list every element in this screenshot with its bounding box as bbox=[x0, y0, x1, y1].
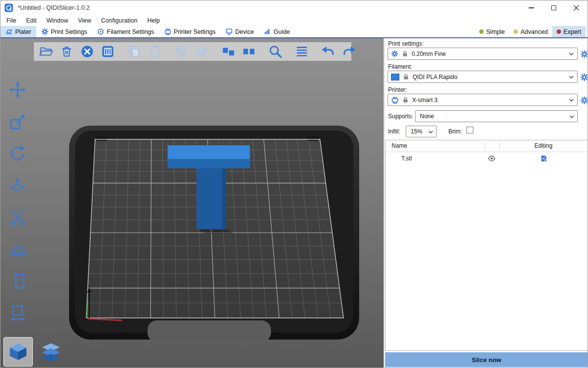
rotate-icon bbox=[8, 144, 27, 163]
editor-view-button[interactable] bbox=[3, 337, 33, 367]
filament-gear-button[interactable] bbox=[580, 73, 588, 81]
object-name: T.stl bbox=[401, 155, 412, 162]
tab-guide[interactable]: Guide bbox=[259, 26, 294, 37]
paint-support-tool-button[interactable] bbox=[4, 237, 31, 262]
menu-edit[interactable]: Edit bbox=[21, 17, 42, 24]
brim-label: Brim: bbox=[448, 128, 462, 135]
title-bar: *Untitled - QIDISlicer-1.0.2 bbox=[0, 0, 588, 15]
undo-button[interactable] bbox=[320, 44, 336, 59]
search-button[interactable] bbox=[268, 44, 283, 59]
chevron-down-icon bbox=[568, 114, 575, 121]
tab-label: Guide bbox=[273, 28, 290, 35]
filament-swatch bbox=[391, 74, 399, 80]
measure-tool-button[interactable] bbox=[4, 301, 31, 325]
slice-now-button[interactable]: Slice now bbox=[385, 352, 588, 367]
close-button[interactable] bbox=[565, 0, 588, 15]
menu-file[interactable]: File bbox=[1, 17, 21, 24]
open-button[interactable] bbox=[38, 44, 54, 59]
place-on-face-icon bbox=[8, 176, 27, 195]
filament-label: Filament: bbox=[388, 63, 412, 70]
measure-icon bbox=[8, 304, 27, 322]
rotate-tool-button[interactable] bbox=[4, 141, 31, 166]
tab-print-settings[interactable]: Print Settings bbox=[36, 26, 92, 37]
scale-tool-button[interactable] bbox=[4, 109, 31, 134]
scene-canvas bbox=[0, 38, 384, 368]
print-settings-label: Print settings: bbox=[388, 40, 424, 47]
print-settings-gear-button[interactable] bbox=[580, 50, 588, 58]
print-profile-value: 0.20mm Fine bbox=[412, 51, 446, 57]
minimize-button[interactable] bbox=[520, 0, 542, 15]
maximize-icon bbox=[551, 5, 556, 10]
chevron-down-icon bbox=[568, 74, 575, 81]
add-instance-button[interactable] bbox=[173, 44, 189, 59]
fuzzy-skin-icon bbox=[8, 272, 27, 290]
printer-value: X-smart 3 bbox=[412, 97, 438, 104]
tab-bar: Plater Print Settings Filament Settings … bbox=[0, 26, 588, 38]
supports-value: None bbox=[420, 113, 434, 120]
supports-label: Supports: bbox=[388, 113, 413, 120]
mode-advanced[interactable]: Advanced bbox=[509, 26, 552, 37]
menu-configuration[interactable]: Configuration bbox=[96, 17, 142, 24]
simple-mode-dot-icon bbox=[479, 29, 484, 34]
mode-label: Expert bbox=[564, 28, 581, 35]
place-on-face-tool-button[interactable] bbox=[4, 173, 31, 198]
menu-help[interactable]: Help bbox=[142, 17, 165, 24]
window-title: *Untitled - QIDISlicer-1.0.2 bbox=[18, 4, 90, 11]
preview-view-button[interactable] bbox=[37, 338, 65, 366]
printer-combo[interactable]: X-smart 3 bbox=[388, 94, 578, 106]
view-mode-toolbar bbox=[3, 337, 65, 367]
move-icon bbox=[8, 80, 27, 99]
gear-icon bbox=[580, 96, 588, 105]
object-editing-button[interactable] bbox=[540, 155, 548, 162]
redo-icon bbox=[342, 44, 356, 59]
printer-gear-button[interactable] bbox=[580, 96, 588, 105]
tab-plater[interactable]: Plater bbox=[0, 26, 36, 37]
split-to-parts-button[interactable] bbox=[241, 44, 257, 59]
tab-filament-settings[interactable]: Filament Settings bbox=[92, 26, 159, 37]
printer-label: Printer: bbox=[388, 86, 407, 93]
open-icon bbox=[39, 44, 53, 59]
split-to-objects-icon bbox=[221, 44, 236, 59]
fuzzy-skin-tool-button[interactable] bbox=[4, 269, 31, 293]
paste-button[interactable] bbox=[147, 44, 163, 59]
gear-icon bbox=[580, 73, 588, 81]
cut-tool-button[interactable] bbox=[4, 205, 31, 230]
remove-instance-button[interactable] bbox=[194, 44, 210, 59]
minimize-icon bbox=[529, 7, 534, 8]
filament-combo[interactable]: QIDI PLA Rapido bbox=[388, 71, 578, 83]
plater-icon bbox=[5, 28, 13, 35]
tab-label: Plater bbox=[15, 28, 31, 35]
gear-icon bbox=[580, 50, 588, 58]
remove-instance-icon bbox=[195, 44, 209, 59]
tab-label: Print Settings bbox=[51, 28, 87, 35]
mode-expert[interactable]: Expert bbox=[552, 26, 586, 37]
infill-combo[interactable]: 15% bbox=[406, 126, 437, 137]
device-icon bbox=[225, 28, 233, 35]
mode-simple[interactable]: Simple bbox=[475, 26, 509, 37]
menu-view[interactable]: View bbox=[73, 17, 96, 24]
split-to-objects-button[interactable] bbox=[220, 44, 236, 59]
move-tool-button[interactable] bbox=[4, 78, 31, 102]
delete-all-icon bbox=[80, 44, 95, 59]
editing-icon bbox=[540, 155, 548, 162]
tab-printer-settings[interactable]: Printer Settings bbox=[159, 26, 220, 37]
viewport-3d[interactable] bbox=[0, 38, 384, 368]
delete-button[interactable] bbox=[59, 44, 74, 59]
redo-button[interactable] bbox=[341, 44, 357, 59]
copy-button[interactable] bbox=[126, 44, 142, 59]
undo-icon bbox=[321, 44, 336, 59]
variable-layer-height-button[interactable] bbox=[294, 44, 310, 59]
menu-bar: File Edit Window View Configuration Help bbox=[0, 15, 588, 26]
menu-window[interactable]: Window bbox=[42, 17, 73, 24]
delete-all-button[interactable] bbox=[79, 44, 95, 59]
object-list-row[interactable]: T.stl bbox=[386, 152, 588, 165]
tab-device[interactable]: Device bbox=[220, 26, 259, 37]
supports-combo[interactable]: None bbox=[415, 110, 578, 122]
maximize-button[interactable] bbox=[542, 0, 565, 15]
chevron-down-icon bbox=[568, 97, 575, 104]
column-header-name: Name bbox=[392, 142, 407, 149]
print-profile-combo[interactable]: 0.20mm Fine bbox=[388, 48, 578, 60]
arrange-button[interactable] bbox=[100, 44, 116, 59]
brim-checkbox[interactable] bbox=[466, 127, 473, 133]
toggle-visibility-button[interactable] bbox=[488, 155, 496, 162]
